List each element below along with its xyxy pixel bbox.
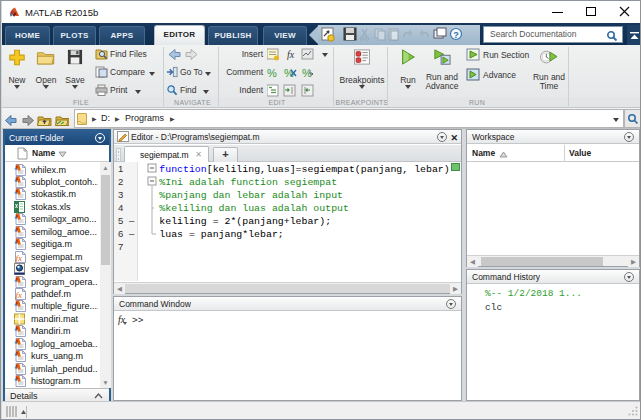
svg-text:?: ? bbox=[453, 30, 459, 40]
svg-text:%: % bbox=[284, 67, 294, 79]
svg-text:fx: fx bbox=[287, 49, 295, 60]
svg-text:fx: fx bbox=[16, 252, 23, 262]
svg-text:fx: fx bbox=[16, 290, 23, 300]
svg-text:%: % bbox=[267, 67, 277, 79]
